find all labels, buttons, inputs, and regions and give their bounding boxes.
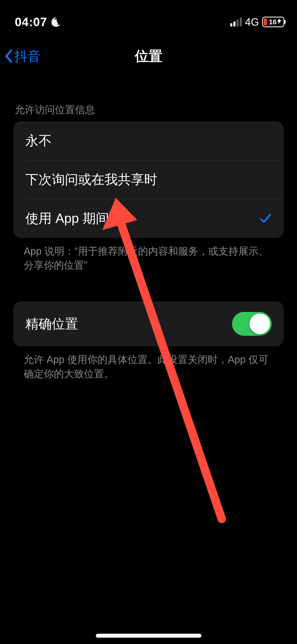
location-access-footer: App 说明：“用于推荐附近的内容和服务，或支持展示、分享你的位置” [0, 238, 297, 272]
location-access-group: 永不 下次询问或在我共享时 使用 App 期间 [13, 121, 284, 238]
charging-icon [277, 18, 281, 26]
cellular-signal-icon [230, 17, 242, 26]
home-indicator[interactable] [96, 634, 201, 638]
chevron-left-icon [5, 50, 13, 63]
status-time: 04:07 [15, 15, 47, 29]
toggle-knob [249, 314, 270, 334]
precise-location-group: 精确位置 [13, 301, 284, 346]
network-type: 4G [245, 16, 259, 28]
option-label: 下次询问或在我共享时 [25, 171, 157, 188]
precise-location-footer: 允许 App 使用你的具体位置。此设置关闭时，App 仅可确定你的大致位置。 [0, 346, 297, 381]
section-header-location-access: 允许访问位置信息 [0, 103, 297, 117]
page-title: 位置 [135, 47, 162, 66]
status-left: 04:07 [15, 15, 60, 29]
checkmark-icon [260, 213, 272, 225]
option-label: 使用 App 期间 [25, 210, 109, 227]
precise-location-row[interactable]: 精确位置 [13, 301, 284, 346]
do-not-disturb-icon [50, 17, 60, 27]
status-bar: 04:07 4G 16 [0, 0, 297, 34]
precise-location-label: 精确位置 [25, 315, 78, 333]
status-right: 4G 16 [230, 16, 284, 28]
option-ask-next-time[interactable]: 下次询问或在我共享时 [13, 160, 284, 199]
nav-header: 抖音 位置 [0, 38, 297, 74]
back-label: 抖音 [14, 47, 41, 65]
precise-location-toggle[interactable] [232, 312, 272, 336]
battery-icon: 16 [262, 17, 284, 27]
option-label: 永不 [25, 132, 52, 150]
back-button[interactable]: 抖音 [5, 47, 41, 65]
option-while-using-app[interactable]: 使用 App 期间 [13, 199, 284, 238]
option-never[interactable]: 永不 [13, 121, 284, 160]
